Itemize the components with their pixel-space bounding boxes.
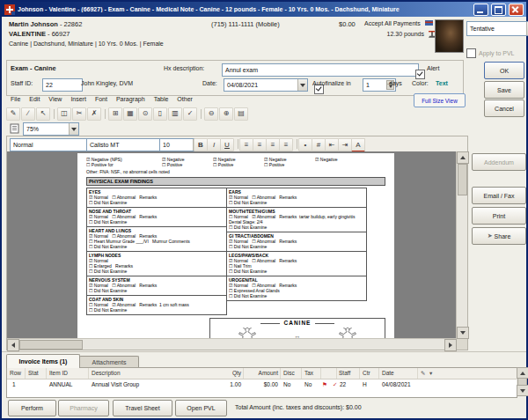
- underline-button[interactable]: U: [220, 138, 234, 151]
- hx-description-input[interactable]: Annul exam: [222, 63, 419, 77]
- section-line[interactable]: ☐ Did Not Examine: [229, 269, 364, 274]
- zoom-in-icon[interactable]: ⊕: [219, 107, 233, 121]
- menu-view[interactable]: View: [44, 94, 66, 106]
- section-lymph-nodes[interactable]: LYMPH NODES ☑ Normal ☐ Enlarged Remarks …: [86, 251, 227, 276]
- section-line[interactable]: ☐ Normal ☑ Abnormal Remarks tartar build…: [229, 214, 364, 225]
- screen-row-positives[interactable]: ☐ Positive for ☐ Positive ☐ Positive ☐ P…: [86, 162, 385, 167]
- menu-other[interactable]: Other: [172, 94, 197, 106]
- open-pvl-button[interactable]: Open PVL: [175, 400, 227, 416]
- menu-table[interactable]: Table: [150, 94, 173, 106]
- line-tool-icon[interactable]: ∕: [21, 107, 35, 121]
- document-viewport[interactable]: ☑ Negative (NPS) ☑ Negative ☑ Negative ☑…: [7, 151, 457, 339]
- screen-check[interactable]: ☐ Positive: [264, 162, 315, 167]
- pharmacy-button[interactable]: Pharmacy: [58, 400, 109, 416]
- apply-pvl-checkbox[interactable]: Apply to PVL: [466, 48, 514, 58]
- col-amount[interactable]: Amount: [246, 370, 278, 376]
- email-fax-button[interactable]: Email / Fax: [472, 187, 526, 204]
- paste-icon[interactable]: ◫: [57, 107, 71, 121]
- menu-edit[interactable]: Edit: [25, 94, 44, 106]
- chevron-down-icon[interactable]: [297, 79, 307, 91]
- horizontal-scrollbar[interactable]: [7, 338, 457, 350]
- screen-check[interactable]: ☑ Negative: [315, 157, 364, 162]
- save-button[interactable]: Save: [484, 81, 524, 99]
- bookmark-icon[interactable]: ▯: [153, 107, 167, 121]
- section-line[interactable]: ☐ Did Not Examine: [229, 225, 364, 230]
- pointer-icon[interactable]: ↖: [36, 107, 50, 121]
- col-disc[interactable]: Disc: [283, 370, 295, 376]
- section-line[interactable]: ☐ Did Not Examine: [229, 293, 364, 298]
- spellcheck-icon[interactable]: ✓: [183, 107, 197, 121]
- italic-button[interactable]: I: [207, 138, 221, 151]
- cancel-button[interactable]: Cancel: [484, 99, 524, 117]
- menu-file[interactable]: File: [6, 94, 25, 106]
- section-line[interactable]: ☐ Did Not Examine: [89, 288, 224, 293]
- section-ears[interactable]: EARS ☑ Normal ☐ Abnormal Remarks ☐ Did N…: [226, 188, 367, 208]
- scroll-left-icon[interactable]: [7, 339, 19, 351]
- align-right-icon[interactable]: ≡: [266, 138, 280, 151]
- numbered-list-icon[interactable]: #: [312, 138, 326, 151]
- font-color-icon[interactable]: A: [351, 138, 365, 152]
- insert-table-icon[interactable]: ⊞: [108, 107, 122, 121]
- section-line[interactable]: ☐ Did Not Examine: [89, 307, 224, 313]
- bullet-list-icon[interactable]: •: [298, 138, 312, 151]
- col-item-id[interactable]: Item ID: [49, 370, 68, 376]
- section-coat-skin[interactable]: COAT AND SKIN ☐ Normal ☑ Abnormal Remark…: [86, 295, 227, 315]
- bold-button[interactable]: B: [194, 138, 208, 151]
- share-button[interactable]: ➤ Share: [472, 227, 526, 245]
- align-left-icon[interactable]: ≡: [239, 138, 253, 151]
- edit-pencil-icon[interactable]: ✎: [6, 107, 20, 121]
- invoice-scrollbar[interactable]: [517, 367, 527, 396]
- scroll-up-icon[interactable]: [457, 151, 469, 164]
- tab-invoice-items[interactable]: Invoice Items (1): [6, 354, 80, 368]
- screen-check[interactable]: ☐ Positive for: [86, 162, 162, 167]
- full-size-view-button[interactable]: Full Size View: [414, 93, 466, 107]
- date-select[interactable]: 04/08/2021: [224, 78, 308, 92]
- page-view-icon[interactable]: [10, 123, 19, 134]
- outdent-icon[interactable]: ⇤: [325, 138, 339, 151]
- addendum-button[interactable]: Addendum: [472, 153, 526, 171]
- menu-paragraph[interactable]: Paragraph: [112, 94, 150, 106]
- checkbox-unchecked[interactable]: [466, 48, 476, 58]
- section-gi-tract-abdomen[interactable]: GI TRACT/ABDOMEN ☑ Normal ☐ Abnormal Rem…: [226, 232, 367, 252]
- col-ctr[interactable]: Ctr: [363, 370, 370, 376]
- section-nervous-system[interactable]: NERVOUS SYSTEM ☑ Normal ☐ Abnormal Remar…: [86, 276, 227, 296]
- col-date[interactable]: Date: [382, 370, 394, 376]
- travel-sheet-button[interactable]: Travel Sheet: [113, 400, 172, 416]
- vertical-scroll-thumb[interactable]: [458, 164, 467, 195]
- section-line[interactable]: ☐ Did Not Examine: [89, 200, 224, 205]
- scroll-down-icon[interactable]: [517, 385, 528, 396]
- indent-icon[interactable]: ⇥: [338, 138, 352, 151]
- col-qty[interactable]: Qty: [216, 370, 241, 376]
- find-icon[interactable]: ⊙: [138, 107, 152, 121]
- tab-attachments[interactable]: Attachments: [79, 356, 139, 368]
- zoom-out-icon[interactable]: ⊖: [204, 107, 218, 121]
- col-tax[interactable]: Tax: [304, 370, 313, 376]
- color-value[interactable]: Text: [436, 80, 448, 86]
- scroll-down-icon[interactable]: [457, 327, 469, 339]
- section-line[interactable]: ☐ Did Not Examine: [229, 244, 364, 249]
- chevron-down-icon[interactable]: [69, 123, 78, 135]
- sort-icon[interactable]: ▾: [429, 370, 432, 377]
- align-center-icon[interactable]: ≡: [253, 138, 267, 151]
- cut-icon[interactable]: ✂: [72, 107, 86, 121]
- screen-check[interactable]: ☐ Positive: [162, 162, 213, 167]
- col-staff[interactable]: Staff: [339, 370, 350, 376]
- menu-insert[interactable]: Insert: [66, 94, 91, 106]
- print-icon[interactable]: ▤: [234, 107, 248, 121]
- section-nose-throat[interactable]: NOSE AND THROAT ☑ Normal ☐ Abnormal Rema…: [86, 207, 227, 227]
- menu-font[interactable]: Font: [91, 94, 112, 106]
- screen-note[interactable]: Other: FNA: NSF., no abnormal cells note…: [86, 169, 385, 174]
- alert-checkbox[interactable]: [415, 70, 425, 79]
- print-button[interactable]: Print: [472, 207, 526, 225]
- vertical-scrollbar[interactable]: [456, 151, 467, 339]
- maximize-button[interactable]: [491, 4, 506, 16]
- section-line[interactable]: ☐ Did Not Examine: [89, 219, 224, 225]
- delete-icon[interactable]: ✗: [87, 107, 101, 121]
- scroll-right-icon[interactable]: [444, 339, 457, 351]
- edit-columns-icon[interactable]: ✎: [421, 370, 425, 377]
- perform-button[interactable]: Perform: [8, 400, 56, 416]
- section-line[interactable]: ☐ Did Not Examine: [89, 244, 224, 249]
- insert-grid-icon[interactable]: ▦: [123, 107, 137, 121]
- zoom-select[interactable]: 75%: [23, 122, 79, 136]
- col-description[interactable]: Description: [92, 370, 121, 376]
